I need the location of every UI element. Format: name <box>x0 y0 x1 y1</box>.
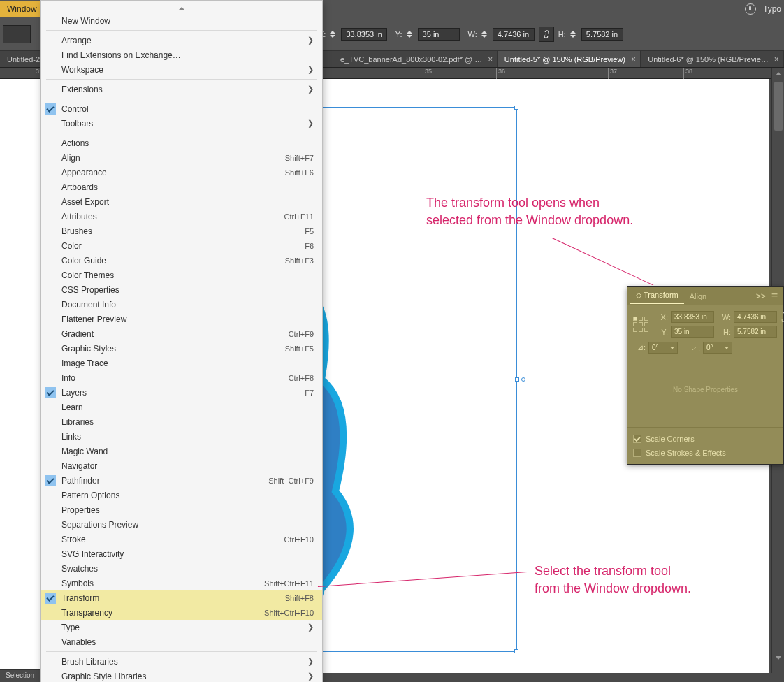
no-shape-properties-label: No Shape Properties <box>633 358 778 421</box>
menu-item-graphic-styles[interactable]: Graphic StylesShift+F5 <box>41 341 322 356</box>
panel-w-value[interactable]: 4.7436 in <box>734 311 777 323</box>
menu-item-pattern-options[interactable]: Pattern Options <box>41 488 322 502</box>
menu-item-attributes[interactable]: AttributesCtrl+F11 <box>41 209 322 224</box>
resize-handle[interactable] <box>514 649 518 653</box>
transform-panel[interactable]: ◇Transform Align >> ≡ X: 33.8353 in W: 4… <box>627 286 784 465</box>
menu-item-separations-preview[interactable]: Separations Preview <box>41 517 322 532</box>
ruler-tick: 35 <box>423 68 432 79</box>
panel-w-label: W: <box>718 313 731 321</box>
selection-swatch[interactable] <box>3 25 31 43</box>
menu-item-transform[interactable]: TransformShift+F8 <box>41 590 322 605</box>
menu-item-arrange[interactable]: Arrange❯ <box>41 33 322 48</box>
scroll-down-icon[interactable] <box>772 652 784 663</box>
panel-shear-value[interactable]: 0° <box>703 342 732 354</box>
annotation-bottom: Select the transform tool from the Windo… <box>535 563 691 597</box>
menu-item-stroke[interactable]: StrokeCtrl+F10 <box>41 532 322 546</box>
ctrl-y-label: Y: <box>395 30 402 38</box>
ctrl-h-stepper[interactable] <box>570 27 580 41</box>
scale-strokes-checkbox[interactable]: Scale Strokes & Effects <box>633 446 778 460</box>
panel-h-value[interactable]: 5.7582 in <box>734 326 777 338</box>
menu-item-learn[interactable]: Learn <box>41 400 322 414</box>
menu-item-asset-export[interactable]: Asset Export <box>41 194 322 209</box>
help-tips-icon[interactable] <box>745 3 756 15</box>
menu-item-artboards[interactable]: Artboards <box>41 180 322 194</box>
scale-corners-checkbox[interactable]: Scale Corners <box>633 432 778 446</box>
doc-tab[interactable]: Untitled-6* @ 150% (RGB/Previe…× <box>641 51 784 67</box>
menu-item-workspace[interactable]: Workspace❯ <box>41 62 322 77</box>
check-icon <box>45 593 56 604</box>
menu-item-color-themes[interactable]: Color Themes <box>41 268 322 282</box>
link-wh-icon[interactable] <box>779 312 784 322</box>
menu-item-control[interactable]: Control <box>41 101 322 116</box>
menu-item-extensions[interactable]: Extensions❯ <box>41 82 322 96</box>
search-type-label[interactable]: Typo <box>763 4 781 14</box>
panel-x-label: X: <box>655 313 668 321</box>
ruler-tick: 36 <box>496 68 505 79</box>
menu-item-libraries[interactable]: Libraries <box>41 414 322 429</box>
panel-collapse-icon[interactable]: >> <box>753 291 769 301</box>
menu-item-svg-interactivity[interactable]: SVG Interactivity <box>41 546 322 561</box>
close-icon[interactable]: × <box>631 55 636 64</box>
menu-item-color-guide[interactable]: Color GuideShift+F3 <box>41 253 322 268</box>
panel-tab-transform[interactable]: ◇Transform <box>630 288 684 304</box>
menu-item-new-window[interactable]: New Window <box>41 13 322 28</box>
menu-item-appearance[interactable]: AppearanceShift+F6 <box>41 165 322 180</box>
panel-menu-icon[interactable]: ≡ <box>769 290 781 303</box>
menu-item-magic-wand[interactable]: Magic Wand <box>41 444 322 458</box>
checkbox-icon <box>633 435 641 443</box>
menu-item-brushes[interactable]: BrushesF5 <box>41 224 322 238</box>
close-icon[interactable]: × <box>774 55 779 64</box>
link-wh-icon[interactable] <box>539 27 554 42</box>
reference-point-grid[interactable] <box>633 317 648 332</box>
menu-item-symbols[interactable]: SymbolsShift+Ctrl+F11 <box>41 576 322 590</box>
menu-item-type[interactable]: Type❯ <box>41 620 322 634</box>
doc-tab[interactable]: Untitled-5* @ 150% (RGB/Preview)× <box>498 51 641 67</box>
menu-item-swatches[interactable]: Swatches <box>41 561 322 576</box>
menu-scroll-up-icon[interactable] <box>41 3 322 13</box>
submenu-caret-icon: ❯ <box>307 85 314 94</box>
menu-item-flattener-preview[interactable]: Flattener Preview <box>41 312 322 326</box>
menu-window[interactable]: Window <box>0 1 44 17</box>
ctrl-h-value[interactable]: 5.7582 in <box>581 28 623 41</box>
annotation-top: The transform tool opens when selected f… <box>426 194 633 229</box>
menu-item-document-info[interactable]: Document Info <box>41 297 322 312</box>
menu-item-layers[interactable]: LayersF7 <box>41 385 322 400</box>
menu-item-image-trace[interactable]: Image Trace <box>41 356 322 370</box>
menu-item-css-properties[interactable]: CSS Properties <box>41 282 322 297</box>
resize-handle[interactable] <box>521 377 525 382</box>
ctrl-y-value[interactable]: 35 in <box>418 28 460 41</box>
panel-angle-value[interactable]: 0° <box>648 342 678 354</box>
menu-item-graphic-style-libraries[interactable]: Graphic Style Libraries❯ <box>41 669 322 682</box>
ctrl-y-stepper[interactable] <box>407 27 416 41</box>
panel-y-value[interactable]: 35 in <box>671 326 714 338</box>
doc-tab[interactable]: e_TVC_bannerAd_800x300-02.pdf* @ …× <box>333 51 498 67</box>
scroll-up-icon[interactable] <box>772 68 784 79</box>
ctrl-w-value[interactable]: 4.7436 in <box>493 28 535 41</box>
menu-item-variables[interactable]: Variables <box>41 634 322 649</box>
ctrl-x-value[interactable]: 33.8353 in <box>341 28 386 41</box>
panel-x-value[interactable]: 33.8353 in <box>671 311 714 323</box>
resize-handle[interactable] <box>515 377 519 382</box>
menu-item-info[interactable]: InfoCtrl+F8 <box>41 370 322 385</box>
menu-item-transparency[interactable]: TransparencyShift+Ctrl+F10 <box>41 605 322 620</box>
panel-tab-align[interactable]: Align <box>684 289 712 303</box>
menu-item-actions[interactable]: Actions <box>41 136 322 150</box>
menu-item-links[interactable]: Links <box>41 429 322 444</box>
scroll-thumb[interactable] <box>774 82 783 131</box>
ctrl-x-stepper[interactable] <box>330 27 340 41</box>
menu-item-pathfinder[interactable]: PathfinderShift+Ctrl+F9 <box>41 473 322 488</box>
menu-item-brush-libraries[interactable]: Brush Libraries❯ <box>41 654 322 669</box>
resize-handle[interactable] <box>514 106 518 110</box>
menu-item-toolbars[interactable]: Toolbars❯ <box>41 116 322 131</box>
menu-item-align[interactable]: AlignShift+F7 <box>41 150 322 165</box>
menu-item-properties[interactable]: Properties <box>41 502 322 517</box>
close-icon[interactable]: × <box>488 55 493 64</box>
menu-item-navigator[interactable]: Navigator <box>41 458 322 473</box>
ruler-tick: 38 <box>683 68 692 79</box>
ctrl-w-label: W: <box>468 30 477 38</box>
menu-item-color[interactable]: ColorF6 <box>41 238 322 253</box>
submenu-caret-icon: ❯ <box>307 623 314 632</box>
ctrl-w-stepper[interactable] <box>481 27 491 41</box>
menu-item-gradient[interactable]: GradientCtrl+F9 <box>41 326 322 341</box>
menu-item-find-extensions[interactable]: Find Extensions on Exchange… <box>41 48 322 62</box>
